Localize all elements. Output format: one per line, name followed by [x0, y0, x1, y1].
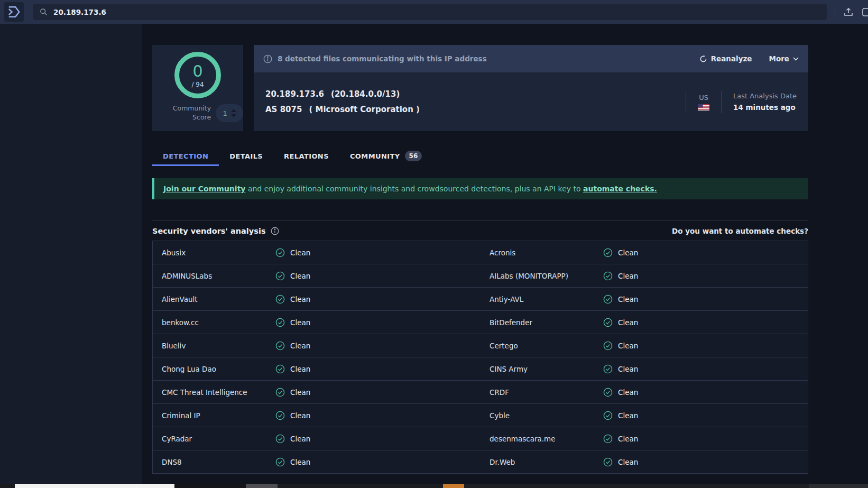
vendor-name-left: benkow.cc: [162, 318, 275, 327]
detected-files-text: 8 detected files communicating with this…: [278, 54, 487, 63]
vendor-name-right: CRDF: [490, 388, 603, 397]
clean-check-icon: [603, 388, 613, 397]
vendor-name-left: AlienVault: [162, 295, 275, 303]
ip-info-body: 20.189.173.6(20.184.0.0/13) AS 8075( Mic…: [254, 72, 808, 131]
vendor-name-right: Certego: [490, 342, 603, 350]
clean-label: Clean: [290, 458, 310, 466]
profile-icon[interactable]: [862, 7, 868, 17]
table-row: Criminal IP Clean Cyble Clean: [153, 404, 808, 427]
automate-checks-link[interactable]: automate checks.: [583, 185, 657, 193]
report-header: 0 / 94 Community Score 1: [152, 45, 808, 131]
ip-address: 20.189.173.6: [265, 89, 324, 99]
tab-details[interactable]: DETAILS: [219, 146, 273, 166]
clean-check-icon: [603, 411, 613, 420]
table-row: benkow.cc Clean BitDefender Clean: [153, 311, 808, 334]
vendors-section-header: Security vendors' analysis Do you want t…: [152, 221, 808, 241]
clean-check-icon: [275, 248, 285, 257]
vendor-table: Abusix Clean Acronis Clean ADMINUSLabs C…: [152, 241, 808, 474]
main-pane: 0 / 94 Community Score 1: [142, 24, 868, 488]
clean-label: Clean: [290, 435, 310, 443]
verdict-left: Clean: [275, 364, 490, 374]
table-row: AlienVault Clean Antiy-AVL Clean: [153, 288, 808, 311]
info-icon[interactable]: [271, 227, 279, 235]
verdict-left: Clean: [275, 248, 490, 257]
clean-check-icon: [275, 341, 285, 351]
country-code: US: [699, 94, 708, 102]
clean-check-icon: [603, 364, 613, 374]
reanalyze-button[interactable]: Reanalyze: [699, 54, 752, 63]
taskbar-segment: [443, 484, 464, 488]
community-vote-widget[interactable]: 1: [216, 104, 243, 122]
clean-label: Clean: [290, 365, 310, 373]
clean-check-icon: [603, 434, 613, 444]
vendor-name-right: Acronis: [490, 248, 603, 257]
verdict-left: Clean: [275, 271, 490, 281]
clean-check-icon: [603, 341, 613, 351]
search-input[interactable]: [53, 8, 820, 16]
last-analysis-block: Last Analysis Date 14 minutes ago: [722, 92, 797, 112]
clean-label: Clean: [618, 295, 638, 303]
vendors-analysis-title: Security vendors' analysis: [152, 227, 266, 235]
virustotal-logo-icon[interactable]: [4, 2, 24, 22]
taskbar-segment: [278, 484, 443, 488]
clean-check-icon: [275, 364, 285, 374]
more-label: More: [769, 54, 789, 63]
clean-label: Clean: [290, 318, 310, 327]
clean-check-icon: [275, 294, 285, 304]
vendor-name-left: Blueliv: [162, 342, 275, 350]
vendor-name-left: Criminal IP: [162, 411, 275, 420]
ip-meta: US: [686, 91, 797, 113]
taskbar-segment: [246, 484, 278, 488]
clean-check-icon: [603, 294, 613, 304]
taskbar-segment: [464, 484, 809, 488]
taskbar-segment: [0, 484, 15, 488]
taskbar-segment: [174, 484, 246, 488]
join-community-link[interactable]: Join our Community: [163, 185, 245, 193]
detection-score-ring: 0 / 94: [174, 52, 221, 98]
verdict-right: Clean: [603, 388, 808, 397]
verdict-right: Clean: [603, 271, 808, 281]
tab-community[interactable]: COMMUNITY 56: [339, 146, 432, 166]
tab-detection[interactable]: DETECTION: [152, 146, 219, 166]
automate-checks-note[interactable]: Do you want to automate checks?: [672, 227, 808, 235]
community-count-badge: 56: [405, 151, 422, 161]
tab-relations[interactable]: RELATIONS: [273, 146, 339, 166]
verdict-left: Clean: [275, 294, 490, 304]
clean-check-icon: [275, 271, 285, 281]
verdict-left: Clean: [275, 411, 490, 420]
more-button[interactable]: More: [769, 54, 799, 63]
verdict-right: Clean: [603, 318, 808, 327]
clean-check-icon: [603, 318, 613, 327]
verdict-left: Clean: [275, 434, 490, 444]
detection-score-total: / 94: [191, 81, 204, 88]
reanalyze-icon: [699, 55, 707, 63]
clean-label: Clean: [290, 342, 310, 350]
verdict-right: Clean: [603, 434, 808, 444]
vote-down-caret[interactable]: [231, 114, 236, 117]
vote-up-caret[interactable]: [231, 109, 236, 112]
vendor-name-right: Dr.Web: [490, 458, 603, 466]
topbar-actions: [835, 6, 868, 19]
clean-check-icon: [275, 457, 285, 467]
last-analysis-label: Last Analysis Date: [733, 92, 797, 100]
verdict-right: Clean: [603, 411, 808, 420]
clean-label: Clean: [290, 411, 310, 420]
verdict-right: Clean: [603, 341, 808, 351]
verdict-right: Clean: [603, 364, 808, 374]
clean-label: Clean: [618, 388, 638, 397]
table-row: DNS8 Clean Dr.Web Clean: [153, 450, 808, 474]
verdict-left: Clean: [275, 388, 490, 397]
table-row: CMC Threat Intelligence Clean CRDF Clean: [153, 381, 808, 404]
verdict-right: Clean: [603, 248, 808, 257]
detected-files-banner: 8 detected files communicating with this…: [254, 45, 808, 72]
upload-icon[interactable]: [843, 7, 854, 17]
search-bar[interactable]: [33, 4, 827, 20]
search-icon: [40, 8, 48, 16]
clean-check-icon: [603, 271, 613, 281]
community-vote-count: 1: [223, 109, 227, 117]
table-row: Blueliv Clean Certego Clean: [153, 334, 808, 357]
vendor-name-right: Antiy-AVL: [490, 295, 603, 303]
topbar: [0, 0, 868, 24]
info-icon: [263, 54, 272, 63]
taskbar-segment: [809, 484, 868, 488]
